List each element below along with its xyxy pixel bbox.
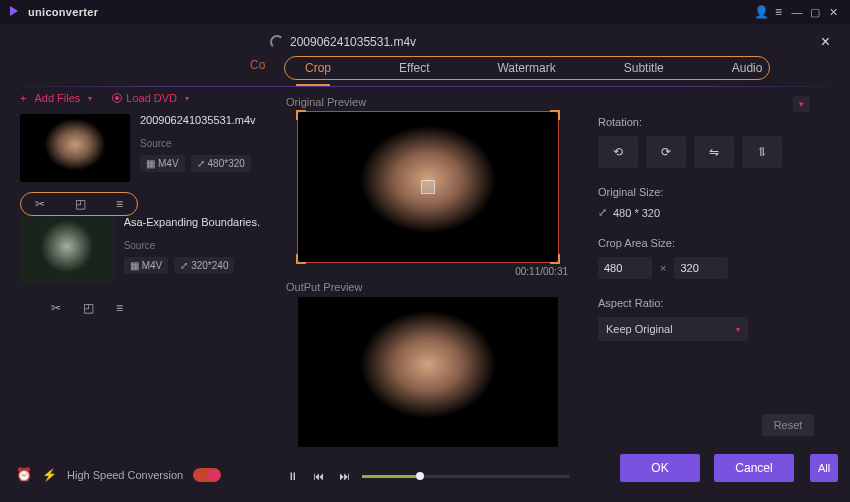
original-size-value: 480 * 320 (613, 207, 660, 219)
high-speed-label: High Speed Conversion (67, 469, 183, 481)
clip-item[interactable]: Asa-Expanding Boundaries. Source ▦M4V ⤢3… (20, 216, 260, 284)
crop-handle-tr[interactable] (550, 110, 560, 120)
clip-dims-chip: ⤢320*240 (174, 257, 234, 274)
load-dvd-label: Load DVD (126, 92, 177, 104)
seek-knob[interactable] (416, 472, 424, 480)
clock-icon[interactable]: ⏰ (16, 467, 32, 482)
disc-icon (112, 93, 122, 103)
current-file-name: 200906241035531.m4v (290, 35, 416, 49)
minimize-button[interactable]: — (788, 6, 806, 18)
crop-width-input[interactable] (598, 257, 652, 279)
clip-title: Asa-Expanding Boundaries. (124, 216, 260, 228)
film-icon: ▦ (146, 158, 155, 169)
aspect-ratio-select[interactable]: Keep Original ▾ (598, 317, 748, 341)
pause-button[interactable]: ⏸ (284, 470, 300, 482)
file-bar: 200906241035531.m4v × (270, 30, 836, 54)
close-window-button[interactable]: ✕ (824, 6, 842, 19)
sliders-icon[interactable]: ≡ (116, 301, 123, 315)
rotate-cw-button[interactable]: ⟳ (646, 136, 686, 168)
multiply-icon: × (660, 262, 666, 274)
clip-list-panel: + Add Files ▾ Load DVD ▾ 200906241035531… (20, 92, 260, 326)
crop-handle-tl[interactable] (296, 110, 306, 120)
output-preview-label: OutPut Preview (286, 281, 570, 293)
divider-line (0, 86, 850, 87)
add-files-button[interactable]: Add Files (34, 92, 80, 104)
bolt-icon: ⚡ (42, 468, 57, 482)
clip-format-chip: ▦M4V (140, 155, 185, 172)
clip-tools-row: ✂ ◰ ≡ (20, 192, 138, 216)
add-files-dropdown-icon[interactable]: ▾ (88, 94, 92, 103)
hamburger-icon[interactable]: ≡ (775, 5, 782, 19)
original-preview[interactable] (298, 112, 558, 262)
sliders-icon[interactable]: ≡ (116, 197, 123, 211)
clip-tools-row: ✂ ◰ ≡ (20, 294, 260, 326)
scissors-icon[interactable]: ✂ (35, 197, 45, 211)
app-logo-icon (8, 5, 22, 19)
add-files-row: + Add Files ▾ Load DVD ▾ (20, 92, 260, 104)
background-tabs: Co (0, 58, 260, 72)
close-editor-button[interactable]: × (815, 33, 836, 51)
playback-controls: ⏸ ⏮ ⏭ (284, 470, 570, 482)
expand-icon: ⤢ (197, 158, 205, 169)
rotation-label: Rotation: (598, 116, 812, 128)
tab-watermark[interactable]: Watermark (497, 61, 555, 75)
clip-source-label: Source (124, 240, 260, 251)
playback-time: 00:11/00:31 (284, 266, 568, 277)
loading-spinner-icon (270, 35, 284, 49)
titlebar: uniconverter 👤 ≡ — ▢ ✕ (0, 0, 850, 24)
preview-panel: Original Preview 00:11/00:31 OutPut Prev… (284, 92, 570, 460)
app-name: uniconverter (28, 6, 98, 18)
rotate-ccw-button[interactable]: ⟲ (598, 136, 638, 168)
clip-title: 200906241035531.m4v (140, 114, 260, 126)
crop-area-label: Crop Area Size: (598, 237, 812, 249)
clip-format-chip: ▦M4V (124, 257, 169, 274)
flip-horizontal-button[interactable]: ⇋ (694, 136, 734, 168)
load-dvd-button[interactable]: Load DVD (112, 92, 177, 104)
crop-icon[interactable]: ◰ (83, 301, 94, 315)
tab-audio[interactable]: Audio (732, 61, 763, 75)
scissors-icon[interactable]: ✂ (51, 301, 61, 315)
editor-tabs: Crop Effect Watermark Subtitle Audio (284, 56, 770, 80)
crop-center-handle[interactable] (421, 180, 435, 194)
high-speed-toggle[interactable] (193, 468, 221, 482)
crop-height-input[interactable] (674, 257, 728, 279)
clip-dims-chip: ⤢480*320 (191, 155, 251, 172)
original-preview-label: Original Preview (286, 96, 570, 108)
plus-icon: + (20, 92, 26, 104)
seek-slider[interactable] (362, 475, 570, 478)
crop-handle-br[interactable] (550, 254, 560, 264)
flip-vertical-button[interactable]: ⥮ (742, 136, 782, 168)
tab-crop[interactable]: Crop (305, 61, 331, 75)
seek-fill (362, 475, 416, 478)
clip-thumbnail (20, 216, 114, 284)
crop-handle-bl[interactable] (296, 254, 306, 264)
cancel-button[interactable]: Cancel (714, 454, 794, 482)
film-icon: ▦ (130, 260, 139, 271)
chevron-down-icon: ▾ (736, 325, 740, 334)
bg-tab-convert: Co (250, 58, 265, 72)
expand-icon: ⤢ (598, 206, 607, 219)
original-size-label: Original Size: (598, 186, 812, 198)
aspect-ratio-value: Keep Original (606, 323, 673, 335)
crop-settings-panel: Rotation: ⟲ ⟳ ⇋ ⥮ Original Size: ⤢ 480 *… (584, 108, 826, 442)
load-dvd-dropdown-icon[interactable]: ▾ (185, 94, 189, 103)
aspect-ratio-label: Aspect Ratio: (598, 297, 812, 309)
convert-all-button[interactable]: All (810, 454, 838, 482)
tab-subtitle[interactable]: Subtitle (624, 61, 664, 75)
clip-thumbnail (20, 114, 130, 182)
ok-button[interactable]: OK (620, 454, 700, 482)
next-frame-button[interactable]: ⏭ (336, 470, 352, 482)
tab-effect[interactable]: Effect (399, 61, 429, 75)
output-preview (298, 297, 558, 447)
maximize-button[interactable]: ▢ (806, 6, 824, 19)
reset-button[interactable]: Reset (762, 414, 814, 436)
footer-bar: ⏰ ⚡ High Speed Conversion (16, 467, 221, 482)
clip-source-label: Source (140, 138, 260, 149)
expand-icon: ⤢ (180, 260, 188, 271)
user-icon[interactable]: 👤 (754, 5, 769, 19)
prev-frame-button[interactable]: ⏮ (310, 470, 326, 482)
crop-icon[interactable]: ◰ (75, 197, 86, 211)
clip-item[interactable]: 200906241035531.m4v Source ▦M4V ⤢480*320 (20, 114, 260, 182)
